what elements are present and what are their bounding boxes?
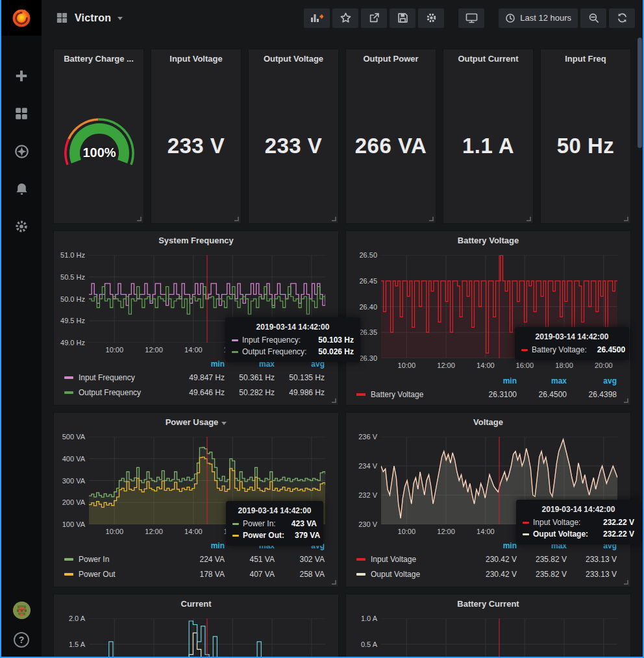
legend-row[interactable]: Output Frequency49.646 Hz50.282 Hz49.986… xyxy=(62,385,325,400)
panel-title[interactable]: Battery Charge ... xyxy=(54,54,143,64)
zoom-out-button[interactable] xyxy=(580,8,606,28)
panel-resize-handle[interactable] xyxy=(137,217,142,221)
refresh-button[interactable] xyxy=(609,8,635,28)
panel-title[interactable]: System Frequency xyxy=(54,236,338,245)
dashboard-title-dropdown[interactable]: Victron xyxy=(56,12,123,24)
panel-title[interactable]: Voltage xyxy=(346,417,630,427)
legend-header-max[interactable]: max xyxy=(517,376,567,385)
legend-row[interactable]: Input Frequency49.847 Hz50.361 Hz50.135 … xyxy=(62,370,325,385)
configuration-button[interactable] xyxy=(10,215,32,238)
series-name: Battery Voltage xyxy=(371,390,423,399)
grafana-dashboard: ? Victron xyxy=(0,0,644,658)
x-axis-tick: 14:00 xyxy=(179,528,208,535)
avatar-pixel-art xyxy=(13,602,31,619)
series-swatch xyxy=(232,535,239,537)
plus-icon xyxy=(14,69,29,83)
panel-output-voltage-stat: Output Voltage 233 V xyxy=(248,49,339,224)
legend-value: 50.282 Hz xyxy=(225,388,275,397)
user-avatar[interactable] xyxy=(13,602,31,619)
series-swatch xyxy=(232,339,238,341)
panel-resize-handle[interactable] xyxy=(624,398,628,403)
tooltip-value: 379 VA xyxy=(284,531,320,540)
panel-title[interactable]: Output Voltage xyxy=(249,54,338,64)
tooltip-value: 423 VA xyxy=(281,519,317,528)
scrollbar-thumb[interactable] xyxy=(638,38,642,148)
star-button[interactable] xyxy=(332,8,358,28)
x-axis-tick: 10:00 xyxy=(392,528,421,535)
tooltip-time: 2019-03-14 14:42:00 xyxy=(523,505,634,514)
series-name: Output Frequency xyxy=(79,388,141,397)
cycle-view-button[interactable] xyxy=(458,8,484,28)
legend-row[interactable]: Battery Voltage26.310026.450026.4398 xyxy=(354,387,617,402)
tooltip-row: Ouput Voltage: 232.22 V xyxy=(523,530,634,539)
panel-title-dropdown[interactable]: Power Usage xyxy=(54,417,338,427)
y-axis-tick: 49.5 Hz xyxy=(56,317,85,324)
share-button[interactable] xyxy=(361,8,387,28)
panel-title[interactable]: Battery Voltage xyxy=(346,236,630,245)
y-axis-tick: 1.0 A xyxy=(349,615,377,622)
legend-header-min[interactable]: min xyxy=(467,541,517,550)
panel-title[interactable]: Input Voltage xyxy=(151,54,241,64)
x-axis-tick: 14:00 xyxy=(471,528,500,535)
dashboards-button[interactable] xyxy=(10,103,32,125)
panel-resize-handle[interactable] xyxy=(624,217,628,221)
panel-title-text: System Frequency xyxy=(158,236,234,245)
battery-current-chart[interactable] xyxy=(381,618,617,658)
legend-value: 26.3100 xyxy=(467,390,517,399)
legend-row[interactable]: Power In224 VA451 VA302 VA xyxy=(62,552,325,567)
legend-value: 407 VA xyxy=(225,570,275,579)
tooltip-row: Power In: 423 VA xyxy=(232,519,317,528)
panel-resize-handle[interactable] xyxy=(526,217,531,221)
panel-title[interactable]: Output Power xyxy=(346,54,436,64)
current-chart[interactable] xyxy=(89,618,325,658)
stat-value: 50 Hz xyxy=(541,134,630,158)
panel-title[interactable]: Battery Current xyxy=(346,599,630,609)
panel-title-text: Output Voltage xyxy=(264,54,323,64)
panel-title-text: Output Current xyxy=(458,54,518,64)
series-swatch xyxy=(232,523,239,525)
legend-row[interactable]: Ouput Voltage230.42 V235.82 V233.13 V xyxy=(354,567,617,581)
legend-value: 233.13 V xyxy=(567,555,617,564)
legend-row[interactable]: Power Out178 VA407 VA258 VA xyxy=(62,567,325,581)
panel-title[interactable]: Input Freq xyxy=(541,54,630,64)
legend-header-min[interactable]: min xyxy=(175,541,225,550)
panel-resize-handle[interactable] xyxy=(332,398,336,403)
panel-resize-handle[interactable] xyxy=(429,217,434,221)
panel-resize-handle[interactable] xyxy=(332,580,336,585)
save-button[interactable] xyxy=(390,8,415,28)
legend-value: 451 VA xyxy=(225,555,275,564)
legend-header-min[interactable]: min xyxy=(467,376,517,385)
alerting-button[interactable] xyxy=(10,178,32,200)
series-swatch xyxy=(64,573,73,576)
add-panel-button[interactable] xyxy=(304,8,330,28)
save-icon xyxy=(397,12,408,23)
legend-row[interactable]: Input Voltage230.42 V235.82 V233.13 V xyxy=(354,552,617,567)
panel-resize-handle[interactable] xyxy=(234,217,239,221)
y-axis-tick: 300 VA xyxy=(56,477,85,485)
y-axis-tick: 100 VA xyxy=(56,520,85,528)
legend-header-avg[interactable]: avg xyxy=(567,376,617,385)
panel-settings-button[interactable] xyxy=(418,8,444,28)
dashboard-title: Victron xyxy=(75,12,111,24)
tooltip-value: 50.026 Hz xyxy=(308,347,354,356)
help-label: ? xyxy=(19,635,25,645)
panel-title[interactable]: Current xyxy=(54,599,338,609)
panel-battery-current: Battery Current 1.0 A0.5 A0 A-0.5 A-1.0 … xyxy=(345,594,631,658)
panel-title[interactable]: Output Current xyxy=(443,54,533,64)
create-button[interactable] xyxy=(10,65,32,87)
legend-value: 178 VA xyxy=(175,570,225,579)
explore-button[interactable] xyxy=(10,140,32,162)
legend-header-min[interactable]: min xyxy=(175,359,225,369)
series-name: Input Frequency xyxy=(79,373,135,382)
legend-header: minmaxavg xyxy=(354,375,617,387)
tooltip-row: Input Voltage: 232.22 V xyxy=(523,518,634,527)
panel-resize-handle[interactable] xyxy=(624,580,628,585)
grafana-logo[interactable] xyxy=(1,0,42,36)
time-range-picker[interactable]: Last 12 hours xyxy=(499,8,578,28)
tooltip-voltage: 2019-03-14 14:42:00 Input Voltage: 232.2… xyxy=(516,500,641,544)
help-button[interactable]: ? xyxy=(14,632,29,648)
y-axis-tick: 234 V xyxy=(349,462,377,470)
x-axis-tick: 14:00 xyxy=(179,346,208,354)
y-axis-tick: 232 V xyxy=(349,491,377,499)
panel-resize-handle[interactable] xyxy=(332,217,336,221)
